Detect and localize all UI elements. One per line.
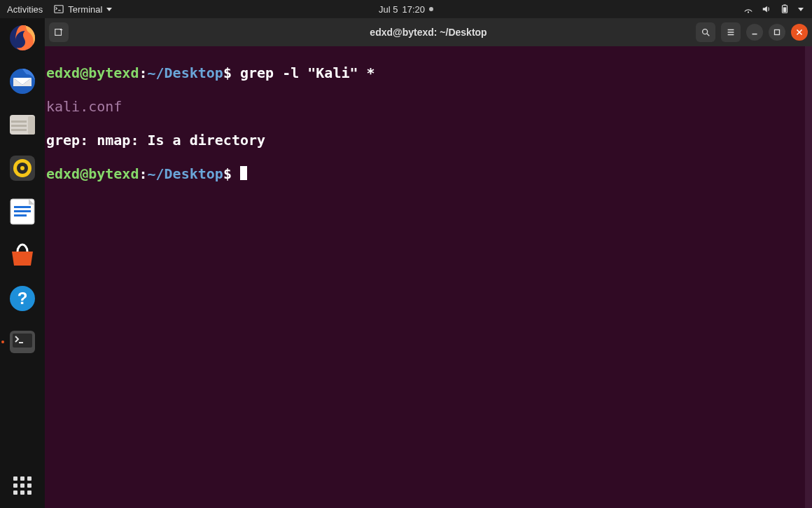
svg-rect-27 — [775, 30, 780, 35]
svg-rect-3 — [783, 4, 786, 5]
cursor — [240, 166, 247, 180]
search-icon — [701, 27, 710, 37]
thunderbird-icon — [8, 67, 37, 96]
prompt-sep: : — [139, 64, 147, 81]
firefox-icon — [8, 23, 37, 53]
svg-rect-18 — [14, 210, 31, 212]
network-icon — [743, 4, 753, 14]
prompt-sep: : — [139, 165, 147, 182]
new-tab-button[interactable] — [49, 22, 69, 42]
prompt-symbol: $ — [223, 165, 232, 182]
battery-icon — [780, 4, 790, 14]
minimize-button[interactable] — [746, 24, 763, 41]
prompt-user: edxd@bytexd — [46, 64, 139, 81]
menu-button[interactable] — [721, 22, 741, 42]
terminal-line: grep: nmap: Is a directory — [45, 132, 812, 149]
svg-point-26 — [703, 29, 708, 34]
volume-icon — [762, 4, 771, 14]
command-text — [232, 165, 240, 182]
terminal-line: kali.conf — [45, 98, 812, 115]
svg-rect-11 — [28, 116, 35, 135]
command-text: grep -l "Kali" * — [232, 64, 375, 81]
minimize-icon — [750, 27, 760, 37]
show-applications-button[interactable] — [11, 474, 34, 497]
output-filename: kali.conf — [46, 98, 122, 115]
scrollbar-thumb[interactable] — [805, 46, 812, 508]
clock-date: Jul 5 — [379, 4, 398, 15]
maximize-icon — [772, 27, 782, 37]
files-icon — [8, 111, 36, 139]
dock-item-help[interactable]: ? — [7, 283, 38, 314]
top-panel: Activities Terminal Jul 5 17:20 — [0, 0, 812, 18]
hamburger-icon — [726, 27, 736, 37]
rhythmbox-icon — [8, 154, 36, 182]
svg-rect-9 — [11, 125, 27, 127]
clock-time: 17:20 — [402, 4, 425, 15]
svg-rect-10 — [11, 129, 27, 131]
dock-item-rhythmbox[interactable] — [7, 153, 38, 184]
clock[interactable]: Jul 5 17:20 — [379, 4, 433, 15]
chevron-down-icon — [798, 8, 804, 11]
svg-point-15 — [20, 166, 24, 170]
terminal-body[interactable]: edxd@bytexd:~/Desktop$ grep -l "Kali" * … — [45, 46, 812, 508]
search-button[interactable] — [696, 22, 715, 42]
dock-item-files[interactable] — [7, 109, 38, 140]
terminal-small-icon — [54, 4, 64, 14]
new-tab-icon — [54, 27, 64, 37]
libreoffice-writer-icon — [9, 198, 36, 226]
maximize-button[interactable] — [769, 24, 785, 41]
prompt-user: edxd@bytexd — [46, 165, 139, 182]
svg-rect-19 — [14, 214, 27, 217]
output-text: grep: nmap: Is a directory — [46, 132, 265, 149]
terminal-line: edxd@bytexd:~/Desktop$ — [45, 165, 812, 182]
scrollbar[interactable] — [805, 46, 812, 508]
activities-button[interactable]: Activities — [7, 4, 43, 15]
svg-rect-23 — [13, 334, 32, 348]
help-icon: ? — [8, 284, 36, 313]
svg-rect-24 — [19, 342, 23, 343]
dock-item-firefox[interactable] — [7, 22, 38, 53]
svg-rect-4 — [783, 7, 786, 12]
svg-rect-17 — [14, 206, 31, 208]
prompt-symbol: $ — [223, 64, 232, 81]
dock-item-software[interactable] — [7, 240, 38, 270]
dock: ? — [0, 18, 45, 508]
app-menu[interactable]: Terminal — [54, 4, 112, 15]
notification-dot-icon — [429, 7, 433, 11]
svg-point-1 — [748, 11, 749, 13]
chevron-down-icon — [106, 8, 112, 11]
close-icon — [794, 27, 804, 37]
dock-item-terminal[interactable] — [7, 327, 38, 357]
terminal-window: edxd@bytexd: ~/Desktop edxd@bytexd:~/Des… — [45, 18, 812, 508]
app-menu-label: Terminal — [68, 4, 102, 15]
terminal-line: edxd@bytexd:~/Desktop$ grep -l "Kali" * — [45, 64, 812, 81]
titlebar: edxd@bytexd: ~/Desktop — [45, 18, 812, 46]
terminal-icon — [7, 327, 38, 357]
software-icon — [8, 242, 37, 268]
dock-item-writer[interactable] — [7, 196, 38, 227]
prompt-path: ~/Desktop — [148, 64, 223, 81]
prompt-path: ~/Desktop — [148, 165, 223, 182]
dock-item-thunderbird[interactable] — [7, 66, 38, 97]
svg-rect-8 — [11, 121, 27, 123]
window-title: edxd@bytexd: ~/Desktop — [370, 27, 486, 38]
system-tray[interactable] — [743, 4, 812, 14]
close-button[interactable] — [791, 24, 808, 41]
svg-text:?: ? — [18, 289, 28, 308]
